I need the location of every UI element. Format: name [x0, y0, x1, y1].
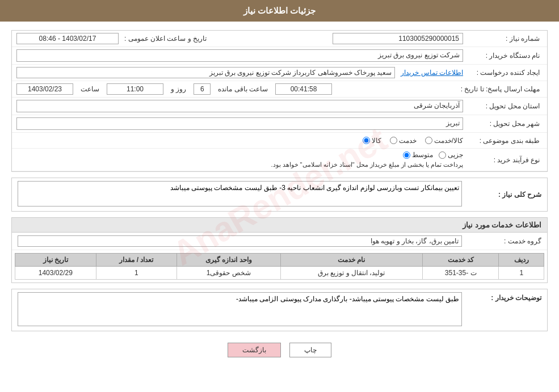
announcement-value: 1403/02/17 - 08:46	[16, 33, 119, 44]
page-wrapper: AnaRender.net جزئیات اطلاعات نیاز شماره …	[0, 0, 559, 392]
category-goods-option[interactable]: کالا	[363, 137, 381, 145]
process-medium-radio[interactable]	[403, 151, 410, 159]
reply-remaining-label: ساعت باقی مانده	[218, 85, 268, 93]
table-cell-quantity: 1	[96, 267, 176, 280]
category-radio-group: کالا/خدمت خدمت کالا	[363, 137, 463, 145]
row-need-number: شماره نیاز : 1103005290000015 تاریخ و سا…	[12, 31, 547, 47]
services-title: اطلاعات خدمات مورد نیاز	[11, 217, 548, 233]
service-group-row: گروه خدمت : تامین برق، گاز، بخار و تهویه…	[12, 233, 547, 250]
delivery-city-value: تبریز	[16, 117, 463, 130]
process-label: نوع فرآیند خرید :	[463, 156, 543, 164]
services-info-section: اطلاعات خدمات مورد نیاز گروه خدمت : تامی…	[11, 217, 548, 283]
col-service-code: کد خدمت	[422, 254, 499, 267]
reply-days-value: 6	[194, 83, 211, 95]
process-note: پرداخت تمام یا بخشی از مبلغ خریداز محل "…	[16, 161, 463, 168]
table-row: 1ت -35-351تولید، انتقال و توزیع برقشخص ح…	[15, 267, 544, 280]
reply-remaining-value: 00:41:58	[275, 83, 332, 95]
row-process-type: نوع فرآیند خرید : جزیی متوسط پرداخت تمام…	[12, 149, 547, 171]
process-partial-radio[interactable]	[439, 151, 446, 159]
category-goods-service-option[interactable]: کالا/خدمت	[425, 137, 463, 145]
category-service-option[interactable]: خدمت	[390, 137, 417, 145]
table-cell-unit: شخص حقوقی1	[177, 267, 281, 280]
buyer-comments-section: توضیحات خریدار :	[11, 289, 548, 331]
service-group-label: گروه خدمت :	[462, 237, 541, 245]
needs-description-textarea[interactable]	[18, 181, 462, 206]
row-reply-deadline: مهلت ارسال پاسخ: تا تاریخ : 00:41:58 ساع…	[12, 81, 547, 98]
needs-description-section: شرح کلی نیاز :	[11, 178, 548, 212]
category-service-label: خدمت	[399, 137, 417, 145]
process-radio-line: جزیی متوسط	[16, 151, 463, 159]
col-quantity: تعداد / مقدار	[96, 254, 176, 267]
top-info-section: شماره نیاز : 1103005290000015 تاریخ و سا…	[11, 30, 548, 172]
deadline-parts: 00:41:58 ساعت باقی مانده 6 روز و 11:00 س…	[16, 83, 461, 95]
col-service-name: نام خدمت	[280, 254, 422, 267]
process-medium-option[interactable]: متوسط	[403, 151, 433, 159]
need-number-text: 1103005290000015	[398, 35, 459, 43]
buyer-comments-label: توضیحات خریدار :	[462, 292, 541, 302]
reply-time-value: 11:00	[107, 83, 163, 95]
services-body: گروه خدمت : تامین برق، گاز، بخار و تهویه…	[11, 233, 548, 283]
process-content: جزیی متوسط پرداخت تمام یا بخشی از مبلغ خ…	[16, 151, 463, 168]
row-buyer-name: نام دستگاه خریدار : شرکت توزیع نیروی برق…	[12, 47, 547, 65]
buyer-name-value: شرکت توزیع نیروی برق تبریز	[16, 49, 463, 62]
header-title: جزئیات اطلاعات نیاز	[243, 6, 316, 15]
category-label: طبقه بندی موضوعی :	[463, 137, 543, 145]
category-goods-service-radio[interactable]	[425, 137, 432, 144]
needs-header: شرح کلی نیاز :	[12, 178, 547, 211]
col-row-num: ردیف	[499, 254, 544, 267]
table-cell-row_num: 1	[499, 267, 544, 280]
table-cell-service_code: ت -35-351	[422, 267, 499, 280]
category-service-radio[interactable]	[390, 137, 397, 144]
creator-content: اطلاعات تماس خریدار سعید پورخاک خسروشاهی…	[16, 67, 463, 78]
announcement-label: تاریخ و ساعت اعلان عمومی :	[124, 35, 209, 43]
creator-link[interactable]: اطلاعات تماس خریدار	[401, 69, 463, 77]
creator-value: سعید پورخاک خسروشاهی کاربرداز شرکت توزیع…	[16, 67, 395, 78]
creator-label: ایجاد کننده درخواست :	[463, 69, 543, 77]
process-partial-label: جزیی	[448, 151, 463, 159]
needs-description-label: شرح کلی نیاز :	[462, 191, 541, 199]
buyer-comments-textarea[interactable]	[18, 292, 462, 326]
category-goods-label: کالا	[372, 137, 381, 145]
need-number-label: شماره نیاز :	[463, 35, 543, 43]
reply-date-value: 1403/02/23	[16, 83, 73, 95]
back-button[interactable]: بازگشت	[228, 343, 281, 357]
print-button[interactable]: چاپ	[289, 343, 331, 357]
table-body: 1ت -35-351تولید، انتقال و توزیع برقشخص ح…	[15, 267, 544, 280]
col-unit: واحد اندازه گیری	[177, 254, 281, 267]
row-delivery-province: استان محل تحویل : آذربایجان شرقی	[12, 98, 547, 115]
category-goods-radio[interactable]	[363, 137, 370, 144]
row-creator: ایجاد کننده درخواست : اطلاعات تماس خریدا…	[12, 65, 547, 81]
button-row: چاپ بازگشت	[11, 337, 548, 363]
table-cell-date: 1403/02/29	[15, 267, 96, 280]
delivery-city-label: شهر محل تحویل :	[463, 120, 543, 128]
need-number-value: 1103005290000015	[333, 33, 464, 44]
row-delivery-city: شهر محل تحویل : تبریز	[12, 115, 547, 133]
process-partial-option[interactable]: جزیی	[439, 151, 463, 159]
needs-content	[18, 181, 462, 208]
table-header-row: ردیف کد خدمت نام خدمت واحد اندازه گیری ت…	[15, 254, 544, 267]
main-content: شماره نیاز : 1103005290000015 تاریخ و سا…	[0, 27, 559, 369]
buyer-comments-content	[18, 292, 462, 328]
table-container: ردیف کد خدمت نام خدمت واحد اندازه گیری ت…	[12, 250, 547, 283]
reply-days-label: روز و	[171, 85, 186, 93]
process-medium-label: متوسط	[412, 151, 433, 159]
buyer-name-label: نام دستگاه خریدار :	[463, 52, 543, 60]
service-group-value: تامین برق، گاز، بخار و تهویه هوا	[18, 235, 462, 247]
reply-deadline-label: مهلت ارسال پاسخ: تا تاریخ :	[461, 85, 543, 93]
page-header: جزئیات اطلاعات نیاز	[0, 0, 559, 22]
delivery-province-value: آذربایجان شرقی	[16, 100, 463, 112]
delivery-province-label: استان محل تحویل :	[463, 102, 543, 110]
buyer-comments-row: توضیحات خریدار :	[11, 289, 548, 331]
col-date: تاریخ نیاز	[15, 254, 96, 267]
table-cell-service_name: تولید، انتقال و توزیع برق	[280, 267, 422, 280]
reply-time-label: ساعت	[81, 85, 99, 93]
services-table: ردیف کد خدمت نام خدمت واحد اندازه گیری ت…	[15, 253, 544, 280]
category-goods-service-label: کالا/خدمت	[434, 137, 463, 145]
row-category: طبقه بندی موضوعی : کالا/خدمت خدمت کالا	[12, 133, 547, 149]
